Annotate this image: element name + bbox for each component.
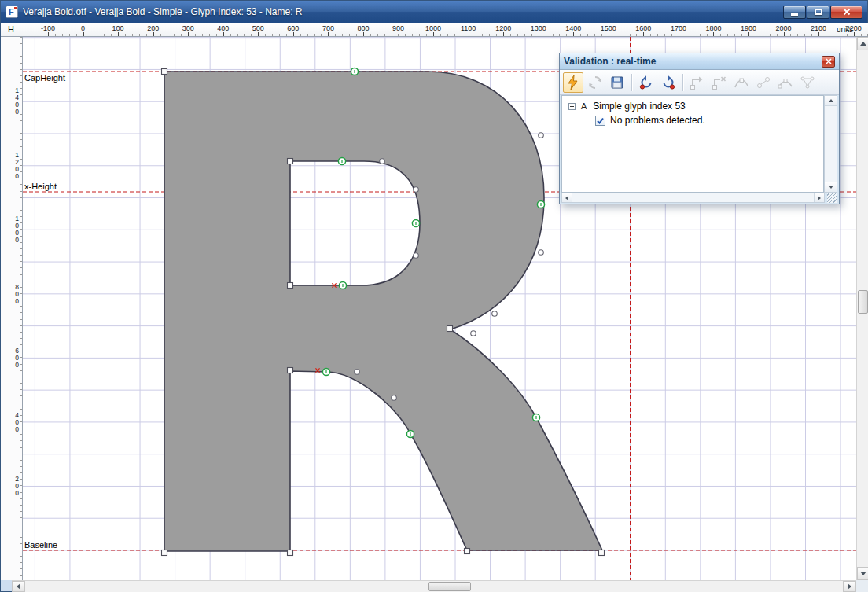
off-curve-point[interactable] [539, 250, 544, 256]
ruler-tick-label: 800 [357, 24, 369, 32]
maximize-button[interactable] [807, 6, 829, 19]
scroll-up-button[interactable] [857, 37, 868, 50]
refresh-icon [587, 75, 603, 90]
ruler-tick [854, 32, 855, 36]
off-curve-point[interactable] [414, 187, 419, 193]
horizontal-scroll-thumb[interactable] [428, 582, 471, 591]
ruler-tick [539, 32, 539, 36]
delete-node-button [709, 72, 730, 93]
save-report-icon [609, 75, 625, 90]
scroll-up-button[interactable] [825, 96, 837, 106]
ruler-tick-label: 300 [182, 24, 194, 32]
ruler-minor-ticks [48, 34, 868, 36]
tree-connector [572, 120, 594, 120]
off-curve-point[interactable] [471, 331, 476, 336]
minimize-button[interactable] [783, 6, 806, 19]
on-curve-point[interactable] [288, 368, 293, 373]
on-curve-point[interactable] [288, 550, 293, 556]
ruler-tick-label: 1800 [705, 24, 721, 32]
close-button[interactable] [830, 6, 862, 19]
scroll-down-button[interactable] [825, 182, 837, 192]
left-arrow-icon [17, 583, 20, 590]
title-bar[interactable]: F Verajja Bold.otf - Verajja Bold - Simp… [1, 1, 867, 23]
ruler-tick-label: 500 [252, 24, 264, 32]
ruler-tick [643, 32, 644, 36]
delete-node-icon [712, 75, 727, 90]
off-curve-point[interactable] [380, 159, 385, 164]
insert-node-icon [734, 75, 749, 90]
validation-close-button[interactable] [822, 56, 835, 68]
ruler-tick [469, 32, 469, 36]
ruler-tick [748, 32, 749, 36]
off-curve-point[interactable] [492, 311, 498, 317]
on-curve-point[interactable] [162, 69, 167, 75]
ruler-tick [188, 32, 189, 36]
result-checkbox[interactable] [595, 116, 605, 126]
validation-results: A Simple glyph index 53 No problems dete… [561, 95, 824, 193]
save-report-button[interactable] [607, 72, 627, 93]
rotate-point-cw-button[interactable] [658, 72, 679, 93]
window-controls [783, 6, 862, 19]
scroll-right-button[interactable] [814, 193, 824, 202]
tree-expander-icon[interactable] [568, 103, 576, 110]
main-horizontal-scrollbar[interactable] [12, 580, 856, 592]
realtime-lightning-button[interactable] [563, 72, 583, 93]
validation-horizontal-scrollbar[interactable] [561, 193, 825, 203]
glyph-outline[interactable] [164, 72, 602, 551]
toolbar-separator [631, 74, 632, 91]
ruler-tick [433, 32, 434, 36]
ruler-tick-label: 600 [287, 24, 299, 32]
ruler-tick-label: 400 [217, 24, 229, 32]
down-arrow-icon [860, 572, 866, 575]
scroll-left-button[interactable] [562, 193, 572, 202]
resize-grip[interactable] [827, 193, 837, 203]
scroll-right-button[interactable] [843, 581, 856, 592]
on-curve-point[interactable] [599, 550, 605, 556]
guide-label: x-Height [24, 182, 57, 191]
off-curve-point[interactable] [392, 395, 397, 401]
ruler-tick-label: 200 [147, 24, 159, 32]
ruler-tick [48, 32, 49, 36]
close-icon [826, 58, 832, 64]
ruler-tick-label: 900 [392, 24, 404, 32]
ruler-tick-label: 1100 [461, 24, 476, 32]
on-curve-point[interactable] [288, 283, 293, 289]
ruler-tick-label: 1400 [15, 87, 19, 116]
on-curve-point[interactable] [288, 159, 293, 164]
window-title: Verajja Bold.otf - Verajja Bold - Simple… [23, 6, 777, 17]
refresh-button [585, 72, 605, 93]
ruler-tick-label: 1000 [425, 24, 441, 32]
validation-toolbar [560, 70, 839, 95]
ruler-tick [223, 32, 224, 36]
off-curve-point[interactable] [539, 133, 544, 138]
scroll-down-button[interactable] [857, 567, 868, 580]
tree-root-label[interactable]: Simple glyph index 53 [593, 101, 685, 112]
guide-label: Baseline [24, 540, 57, 550]
ruler-tick [713, 32, 714, 36]
off-curve-point[interactable] [414, 253, 419, 259]
on-curve-point[interactable] [162, 550, 167, 556]
insert-node-button [731, 72, 752, 93]
ruler-tick [679, 32, 679, 36]
ruler-tick-label: 1200 [15, 152, 19, 180]
close-icon [843, 8, 851, 16]
ruler-tick [399, 32, 399, 36]
on-curve-point[interactable] [447, 326, 453, 332]
validation-panel-titlebar[interactable]: Validation : real-time [560, 53, 839, 70]
ruler-tick-label: 100 [112, 24, 124, 32]
rotate-point-cw-icon [660, 75, 676, 90]
check-icon [596, 116, 605, 125]
move-node-icon [690, 75, 705, 90]
off-curve-point[interactable] [355, 370, 360, 375]
vertical-scroll-thumb[interactable] [858, 290, 868, 314]
ruler-tick [363, 32, 364, 36]
ruler-tick-label: 1200 [495, 24, 511, 32]
on-curve-point[interactable] [465, 549, 470, 554]
main-vertical-scrollbar[interactable] [856, 37, 868, 580]
app-icon: F [6, 6, 18, 18]
toolbar-separator [682, 74, 683, 91]
scroll-left-button[interactable] [12, 581, 25, 592]
validation-vertical-scrollbar[interactable] [824, 95, 837, 193]
rotate-point-ccw-button[interactable] [636, 72, 657, 93]
ruler-tick [818, 32, 819, 36]
